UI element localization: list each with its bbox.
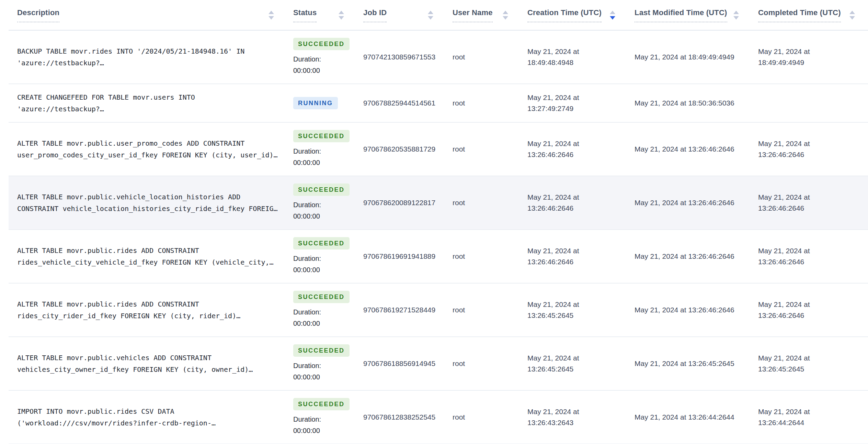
job-description-line1: ALTER TABLE movr.public.rides ADD CONSTR…: [17, 245, 280, 256]
job-id-cell: 970678618856914945: [357, 337, 446, 390]
column-label-status: Status: [293, 8, 317, 22]
sort-arrows-icon[interactable]: [339, 11, 344, 20]
column-label-completed-time: Completed Time (UTC): [758, 8, 841, 22]
creation-time: 13:26:43:2643: [527, 417, 621, 428]
job-row[interactable]: ALTER TABLE movr.public.rides ADD CONSTR…: [9, 283, 868, 337]
job-id-cell: 970678825944514561: [357, 84, 446, 122]
sort-arrows-icon[interactable]: [269, 11, 274, 20]
description-cell[interactable]: ALTER TABLE movr.public.rides ADD CONSTR…: [9, 230, 287, 283]
column-header-user-name[interactable]: User Name: [446, 0, 521, 30]
status-badge: SUCCEEDED: [293, 344, 350, 357]
creation-time: 13:26:46:2646: [527, 203, 621, 214]
creation-time-cell: May 21, 2024 at 13:26:46:2646: [521, 230, 628, 283]
table-body: BACKUP TABLE movr.rides INTO '/2024/05/2…: [9, 30, 868, 444]
last-modified-time-cell: May 21, 2024 at 13:26:44:2644: [628, 390, 752, 444]
last-modified-time: May 21, 2024 at 13:26:46:2646: [635, 144, 745, 155]
completed-time-cell: May 21, 2024 at 18:49:49:4949: [752, 30, 868, 84]
sort-arrows-icon[interactable]: [610, 11, 615, 20]
job-id-cell: 970678619691941889: [357, 230, 446, 283]
job-id-cell: 970678619271528449: [357, 283, 446, 337]
duration-label: Duration:: [293, 253, 350, 264]
sort-arrows-icon[interactable]: [849, 11, 855, 20]
duration-value: 00:00:00: [293, 211, 350, 222]
last-modified-time-cell: May 21, 2024 at 13:26:46:2646: [628, 283, 752, 337]
completed-time-cell: May 21, 2024 at 13:26:45:2645: [752, 337, 868, 390]
job-description-line2: user_promo_codes_city_user_id_fkey FOREI…: [17, 149, 280, 161]
completed-date: May 21, 2024 at: [758, 192, 861, 203]
sort-arrows-icon[interactable]: [428, 11, 433, 20]
completed-time-cell: [752, 84, 868, 122]
description-cell[interactable]: ALTER TABLE movr.public.rides ADD CONSTR…: [9, 283, 287, 337]
duration-label: Duration:: [293, 360, 350, 371]
job-id: 970678620089122817: [363, 199, 435, 207]
status-badge: SUCCEEDED: [293, 130, 350, 142]
job-row[interactable]: ALTER TABLE movr.public.rides ADD CONSTR…: [9, 230, 868, 283]
last-modified-time-cell: May 21, 2024 at 13:26:46:2646: [628, 176, 752, 230]
job-row[interactable]: ALTER TABLE movr.public.user_promo_codes…: [9, 122, 868, 176]
creation-time: 13:27:49:2749: [527, 103, 621, 114]
header-row: Description Status Job ID: [9, 0, 868, 30]
description-cell[interactable]: CREATE CHANGEFEED FOR TABLE movr.users I…: [9, 84, 287, 122]
job-id: 970742130859671553: [363, 53, 435, 61]
description-cell[interactable]: IMPORT INTO movr.public.rides CSV DATA (…: [9, 390, 287, 444]
creation-date: May 21, 2024 at: [527, 46, 621, 57]
job-row[interactable]: ALTER TABLE movr.public.vehicle_location…: [9, 176, 868, 230]
status-cell: SUCCEEDED Duration: 00:00:00: [287, 176, 357, 230]
completed-date: May 21, 2024 at: [758, 353, 861, 364]
last-modified-time: May 21, 2024 at 13:26:46:2646: [635, 197, 745, 208]
job-row[interactable]: IMPORT INTO movr.public.rides CSV DATA (…: [9, 390, 868, 444]
job-description-line2: vehicles_city_owner_id_fkey FOREIGN KEY …: [17, 364, 280, 375]
job-id: 970678825944514561: [363, 99, 435, 107]
sort-arrows-icon[interactable]: [503, 11, 508, 20]
creation-date: May 21, 2024 at: [527, 353, 621, 364]
job-description-line2: rides_vehicle_city_vehicle_id_fkey FOREI…: [17, 256, 280, 268]
last-modified-time: May 21, 2024 at 18:50:36:5036: [635, 98, 745, 109]
job-row[interactable]: CREATE CHANGEFEED FOR TABLE movr.users I…: [9, 84, 868, 122]
status-badge: SUCCEEDED: [293, 237, 350, 249]
column-header-creation-time[interactable]: Creation Time (UTC): [521, 0, 628, 30]
last-modified-time: May 21, 2024 at 13:26:46:2646: [635, 251, 745, 262]
user-name-cell: root: [446, 84, 521, 122]
duration-value: 00:00:00: [293, 264, 350, 276]
column-label-last-modified-time: Last Modified Time (UTC): [635, 8, 727, 22]
job-description-line1: ALTER TABLE movr.public.rides ADD CONSTR…: [17, 298, 280, 310]
job-description-line2: rides_city_rider_id_fkey FOREIGN KEY (ci…: [17, 310, 280, 322]
user-name: root: [453, 145, 465, 153]
sort-arrows-icon[interactable]: [733, 11, 739, 20]
last-modified-time: May 21, 2024 at 13:26:45:2645: [635, 358, 745, 369]
job-description-line2: ('workload:///csv/movr/rides?infer-crdb-…: [17, 417, 280, 429]
status-badge: SUCCEEDED: [293, 38, 350, 50]
duration-label: Duration:: [293, 414, 350, 425]
job-id: 970678612838252545: [363, 413, 435, 421]
creation-date: May 21, 2024 at: [527, 92, 621, 103]
column-header-job-id[interactable]: Job ID: [357, 0, 446, 30]
completed-time-cell: May 21, 2024 at 13:26:46:2646: [752, 283, 868, 337]
description-cell[interactable]: ALTER TABLE movr.public.vehicle_location…: [9, 176, 287, 230]
creation-time: 13:26:45:2645: [527, 310, 621, 321]
column-header-last-modified-time[interactable]: Last Modified Time (UTC): [628, 0, 752, 30]
duration-label: Duration:: [293, 199, 350, 211]
column-header-description[interactable]: Description: [9, 0, 287, 30]
creation-time: 13:26:46:2646: [527, 149, 621, 160]
job-row[interactable]: BACKUP TABLE movr.rides INTO '/2024/05/2…: [9, 30, 868, 84]
user-name: root: [453, 413, 465, 421]
jobs-table: Description Status Job ID: [9, 0, 868, 444]
duration-label: Duration:: [293, 307, 350, 318]
column-header-status[interactable]: Status: [287, 0, 357, 30]
job-id: 970678620535881729: [363, 145, 435, 153]
completed-time-cell: May 21, 2024 at 13:26:44:2644: [752, 390, 868, 444]
user-name: root: [453, 306, 465, 314]
description-cell[interactable]: ALTER TABLE movr.public.vehicles ADD CON…: [9, 337, 287, 390]
creation-time-cell: May 21, 2024 at 13:26:46:2646: [521, 122, 628, 176]
column-label-user-name: User Name: [453, 8, 493, 22]
job-row[interactable]: ALTER TABLE movr.public.vehicles ADD CON…: [9, 337, 868, 390]
user-name: root: [453, 53, 465, 61]
column-header-completed-time[interactable]: Completed Time (UTC): [752, 0, 868, 30]
last-modified-time-cell: May 21, 2024 at 18:49:49:4949: [628, 30, 752, 84]
description-cell[interactable]: ALTER TABLE movr.public.user_promo_codes…: [9, 122, 287, 176]
status-badge: SUCCEEDED: [293, 184, 350, 196]
job-description-line2: CONSTRAINT vehicle_location_histories_ci…: [17, 203, 280, 214]
description-cell[interactable]: BACKUP TABLE movr.rides INTO '/2024/05/2…: [9, 30, 287, 84]
creation-date: May 21, 2024 at: [527, 299, 621, 310]
status-badge: SUCCEEDED: [293, 291, 350, 303]
